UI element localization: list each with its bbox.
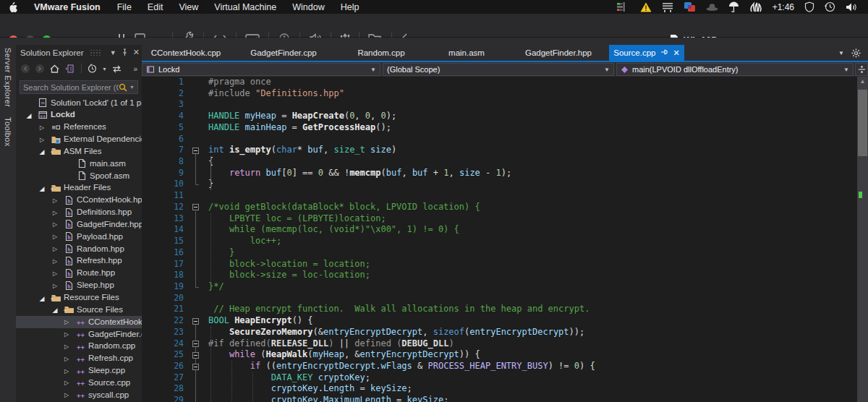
code-line[interactable]: 27 DATA_KEY cryptoKey;: [142, 372, 857, 384]
overflow-icon[interactable]: »: [131, 65, 142, 73]
menubar-menu-edit[interactable]: Edit: [140, 0, 171, 14]
tab-toolbox[interactable]: Toolbox: [4, 117, 12, 147]
tree-item-resource-files[interactable]: ◢Resource Files: [16, 292, 142, 304]
tree-item-sleep-cpp[interactable]: ▷++Sleep.cpp: [16, 365, 142, 377]
tree-collapsed-arrow-icon[interactable]: ▷: [62, 331, 71, 338]
code-editor[interactable]: 1#pragma once2#include "Definitions.hpp"…: [142, 77, 857, 402]
code-line[interactable]: 20: [142, 293, 857, 304]
code-line[interactable]: 14 while (memcmp(loc, (void*)"\x00", 1) …: [142, 224, 857, 236]
fan-status-icon[interactable]: [617, 2, 630, 12]
tree-item-ccontexthook-hpp[interactable]: ▷hCContextHook.hpp: [16, 194, 142, 207]
menubar-menu-help[interactable]: Help: [333, 0, 367, 14]
tree-item-refresh-hpp[interactable]: ▷hRefresh.hpp: [16, 255, 142, 268]
line-number[interactable]: 3: [142, 99, 184, 111]
split-editor-button[interactable]: [855, 63, 868, 76]
line-number[interactable]: 2: [142, 88, 184, 100]
line-number[interactable]: 28: [142, 383, 184, 395]
line-number[interactable]: 4: [142, 111, 184, 122]
panel-drag-grip[interactable]: [90, 50, 102, 56]
tree-item-source-files[interactable]: ◢Source Files: [16, 304, 142, 316]
flame-icon[interactable]: [749, 2, 762, 12]
code-line[interactable]: 9 return buf[0] == 0 && !memcmp(buf, buf…: [142, 168, 857, 179]
tree-item-ccontexthook-cpp[interactable]: ▷++CContextHook.cpp: [16, 316, 142, 328]
fold-collapse-button[interactable]: [192, 147, 199, 154]
code-line[interactable]: 11: [142, 190, 857, 202]
menubar-menu-window[interactable]: Window: [284, 0, 332, 14]
tree-expanded-arrow-icon[interactable]: ◢: [38, 148, 46, 155]
fold-collapse-button[interactable]: [192, 364, 199, 370]
fold-collapse-button[interactable]: [192, 204, 199, 210]
tree-item-random-cpp[interactable]: ▷++Random.cpp: [16, 341, 142, 353]
scroll-up-arrow[interactable]: ▲: [857, 78, 868, 85]
line-number[interactable]: 20: [142, 293, 184, 304]
tree-collapsed-arrow-icon[interactable]: ▷: [62, 343, 71, 350]
line-number[interactable]: 19: [142, 281, 184, 293]
menubar-menu-virtual-machine[interactable]: Virtual Machine: [206, 0, 284, 14]
search-icon[interactable]: [119, 83, 127, 92]
gear-icon[interactable]: [851, 48, 861, 58]
tree-item-header-files[interactable]: ◢Header Files: [16, 182, 142, 194]
back-icon[interactable]: [20, 64, 30, 74]
code-line[interactable]: 6: [142, 134, 857, 145]
code-line[interactable]: 28 cryptoKey.Length = keySize;: [142, 383, 857, 395]
line-number[interactable]: 13: [142, 213, 184, 225]
code-line[interactable]: 25 while (HeapWalk(myHeap, &entryEncrypt…: [142, 349, 857, 361]
code-line[interactable]: 24#if defined(RELEASE_DLL) || defined (D…: [142, 338, 857, 350]
code-line[interactable]: 7int is_empty(char* buf, size_t size): [142, 145, 857, 156]
fold-collapse-button[interactable]: [192, 318, 199, 325]
line-number[interactable]: 11: [142, 190, 184, 202]
code-line[interactable]: 12/*void getBlock(dataBlock* block, LPVO…: [142, 202, 857, 213]
line-number[interactable]: 26: [142, 361, 184, 372]
filter-dropdown-icon[interactable]: ▼: [102, 67, 107, 72]
tree-expanded-arrow-icon[interactable]: ◢: [38, 185, 46, 192]
tree-item-source-cpp[interactable]: ▷++Source.cpp: [16, 377, 142, 389]
tree-collapsed-arrow-icon[interactable]: ▷: [51, 258, 59, 265]
scrollbar-thumb[interactable]: [858, 90, 867, 156]
code-line[interactable]: 13 LPBYTE loc = (LPBYTE)location;: [142, 213, 857, 225]
tab-server-explorer[interactable]: Server Explorer: [4, 48, 12, 107]
close-tab-icon[interactable]: ✕: [673, 48, 679, 58]
line-number[interactable]: 24: [142, 338, 184, 350]
search-dropdown-icon[interactable]: ▼: [127, 85, 135, 90]
hat-icon[interactable]: [706, 2, 718, 12]
volume-icon[interactable]: [846, 2, 858, 12]
refresh-icon[interactable]: [111, 64, 122, 74]
home-icon[interactable]: [49, 64, 60, 74]
line-number[interactable]: 5: [142, 122, 184, 134]
tree-collapsed-arrow-icon[interactable]: ▷: [51, 234, 59, 240]
tree-collapsed-arrow-icon[interactable]: ▷: [51, 246, 59, 252]
code-line[interactable]: 29 cryptoKey.MaximumLength = keySize;: [142, 395, 857, 402]
code-line[interactable]: 1#pragma once: [142, 77, 857, 88]
line-number[interactable]: 9: [142, 168, 184, 179]
line-number[interactable]: 17: [142, 259, 184, 270]
tab-ccontexthook-cpp[interactable]: CContextHook.cpp: [142, 45, 230, 61]
grill-icon[interactable]: [662, 2, 673, 12]
tab-gadgetfinder-cpp[interactable]: GadgetFinder.cpp: [230, 45, 337, 61]
forward-icon[interactable]: [35, 64, 45, 74]
warning-icon[interactable]: [640, 2, 652, 12]
line-number[interactable]: 29: [142, 395, 184, 402]
tree-item-main-asm[interactable]: main.asm: [16, 158, 142, 170]
tree-item-solution-lockd-1-of-1-project-[interactable]: ∞Solution 'Lockd' (1 of 1 project): [16, 97, 142, 109]
menubar-menu-view[interactable]: View: [171, 0, 206, 14]
scope-dropdown[interactable]: (Global Scope) ▼: [383, 63, 614, 76]
tree-item-asm-files[interactable]: ◢ASM Files: [16, 145, 142, 158]
line-number[interactable]: 6: [142, 134, 184, 145]
code-line[interactable]: 3: [142, 99, 857, 111]
line-number[interactable]: 10: [142, 179, 184, 190]
tree-item-random-hpp[interactable]: ▷hRandom.hpp: [16, 243, 142, 255]
shield-icon[interactable]: [804, 1, 814, 12]
tree-collapsed-arrow-icon[interactable]: ▷: [62, 356, 71, 362]
pin-icon[interactable]: [122, 48, 128, 56]
menubar-app-name[interactable]: VMware Fusion: [25, 2, 109, 12]
apple-menu[interactable]: [0, 0, 25, 14]
search-box[interactable]: Search Solution Explorer (C ▼: [20, 80, 138, 94]
history-clock-icon[interactable]: [825, 1, 835, 12]
tab-source-cpp[interactable]: Source.cpp✕: [609, 45, 684, 61]
code-line[interactable]: 21 // Heap encrypt function. Walk all al…: [142, 304, 857, 315]
line-number[interactable]: 16: [142, 247, 184, 259]
code-line[interactable]: 17 block->location = location;: [142, 259, 857, 270]
tree-collapsed-arrow-icon[interactable]: ▷: [51, 210, 59, 216]
tree-item-sleep-hpp[interactable]: ▷hSleep.hpp: [16, 280, 142, 292]
sync-active-doc-icon[interactable]: [64, 64, 75, 74]
